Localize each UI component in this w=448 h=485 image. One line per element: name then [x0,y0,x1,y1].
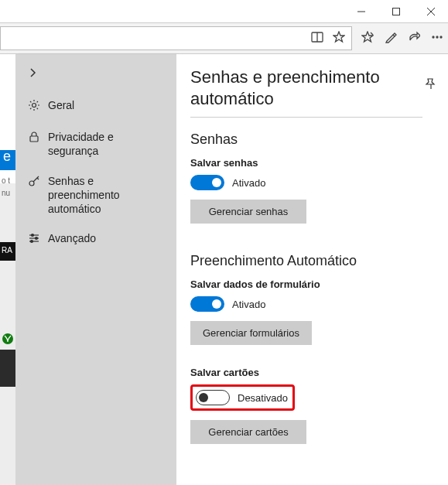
key-icon [28,174,40,190]
manage-forms-button[interactable]: Gerenciar formulários [190,321,312,345]
main-area: e o t nu RA Geral Privacidade e seguranç… [0,54,448,485]
favorites-hub-icon[interactable] [361,31,374,46]
sidebar-item-privacy[interactable]: Privacidade e segurança [23,122,169,166]
sidebar-item-advanced[interactable]: Avançado [23,224,169,255]
lock-icon [28,130,40,146]
xbox-logo-icon [2,333,14,345]
share-icon[interactable] [408,31,420,46]
section-heading-passwords: Senhas [190,131,434,148]
sliders-icon [28,231,40,248]
favorite-star-icon[interactable] [333,31,345,46]
bg-edge-logo-letter: e [3,149,11,165]
manage-cards-button[interactable]: Gerenciar cartões [190,420,306,444]
save-passwords-toggle-row: Ativado [190,175,434,190]
svg-rect-15 [30,136,38,142]
save-passwords-toggle[interactable] [190,175,224,190]
save-formdata-toggle-row: Ativado [190,296,434,312]
back-button[interactable] [23,65,169,91]
address-bar[interactable] [0,26,352,50]
bg-text-1: o t [2,176,10,185]
settings-panel: Senhas e preenchimento automático Senhas… [176,54,448,485]
sidebar-item-label: Senhas e preenchimento automático [48,174,164,217]
save-formdata-label: Salvar dados de formulário [190,278,434,290]
browser-toolbar [0,23,448,54]
maximize-button[interactable] [378,0,413,23]
manage-passwords-button[interactable]: Gerenciar senhas [190,200,306,224]
window-titlebar [0,0,448,23]
bg-black-box: RA [0,242,15,261]
svg-point-11 [436,36,438,38]
save-formdata-state: Ativado [232,299,265,310]
bg-image-block [0,350,15,387]
settings-sidebar: Geral Privacidade e segurança Senhas e p… [15,54,176,485]
pin-button[interactable] [425,77,437,92]
save-cards-label: Salvar cartões [190,367,434,378]
section-passwords: Senhas Salvar senhas Ativado Gerenciar s… [190,131,434,245]
reading-view-icon[interactable] [311,31,323,46]
svg-point-12 [440,36,442,38]
bg-black-label: RA [2,246,12,254]
close-button[interactable] [413,0,448,23]
save-passwords-state: Ativado [232,177,265,189]
save-cards-toggle[interactable] [196,390,230,405]
minimize-button[interactable] [344,0,378,23]
svg-point-22 [31,241,33,243]
save-formdata-toggle[interactable] [190,296,224,312]
section-heading-autofill: Preenchimento Automático [190,253,434,269]
svg-point-20 [36,237,38,240]
svg-marker-6 [333,32,344,42]
svg-point-13 [2,333,13,344]
svg-point-10 [433,36,434,38]
sidebar-item-passwords-autofill[interactable]: Senhas e preenchimento automático [23,166,169,224]
toolbar-actions [357,23,448,53]
svg-point-18 [32,234,34,237]
background-page-strip: e o t nu RA [0,54,15,485]
save-cards-state: Desativado [238,392,288,404]
save-passwords-label: Salvar senhas [190,157,434,169]
page-title: Senhas e preenchimento automático [190,67,422,118]
bg-text-2: nu [2,189,10,197]
sidebar-item-label: Privacidade e segurança [48,130,164,158]
cards-toggle-highlight: Desativado [190,384,295,411]
sidebar-item-label: Avançado [48,231,96,245]
notes-icon[interactable] [385,31,397,46]
svg-rect-1 [392,8,399,15]
sidebar-item-general[interactable]: Geral [23,91,169,122]
sidebar-item-label: Geral [48,98,74,112]
more-icon[interactable] [431,31,443,46]
svg-point-14 [32,104,36,108]
section-autofill: Preenchimento Automático Salvar dados de… [190,253,434,452]
gear-icon [28,98,40,114]
